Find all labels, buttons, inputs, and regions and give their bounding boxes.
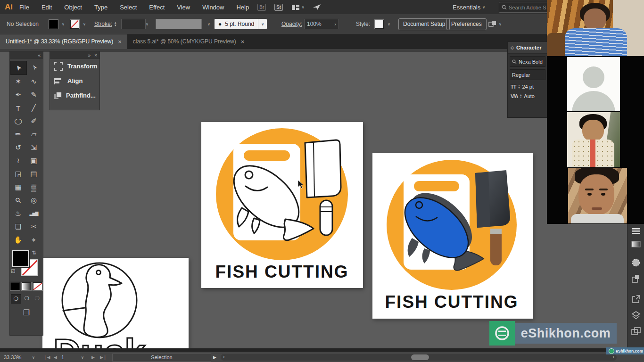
scroll-right-icon[interactable]: › bbox=[612, 354, 614, 360]
workspace-chevron-icon[interactable]: ∨ bbox=[302, 5, 305, 9]
tool-slice[interactable]: ✂ bbox=[26, 220, 41, 233]
default-colors-icon[interactable]: ◰ bbox=[11, 268, 15, 273]
menu-select[interactable]: Select bbox=[120, 4, 137, 11]
tool-gradient[interactable]: ▒ bbox=[26, 181, 41, 194]
style-swatch[interactable] bbox=[375, 20, 384, 29]
panel-collapse-icon[interactable]: ◇ bbox=[511, 45, 514, 50]
transparency-panel-icon[interactable] bbox=[631, 258, 641, 267]
opacity-submenu-icon[interactable]: › bbox=[334, 21, 336, 27]
tool-width[interactable]: ≀ bbox=[10, 154, 26, 167]
opacity-label[interactable]: Opacity: bbox=[281, 14, 302, 34]
swap-fill-stroke-icon[interactable]: ⇄ bbox=[31, 250, 37, 255]
zoom-level[interactable]: 33.33% bbox=[4, 352, 21, 362]
stroke-weight-field[interactable] bbox=[121, 19, 146, 29]
tool-curvature[interactable]: ✎ bbox=[26, 88, 41, 101]
tool-scale[interactable]: ⇲ bbox=[26, 141, 41, 154]
fill-well[interactable] bbox=[12, 250, 29, 267]
tool-pen[interactable]: ✒ bbox=[10, 88, 26, 101]
tab-untitled-1[interactable]: Untitled-1* @ 33.33% (RGB/GPU Preview) × bbox=[0, 34, 127, 49]
tool-selection[interactable]: ➤ bbox=[10, 61, 27, 75]
document-setup-button[interactable]: Document Setup bbox=[398, 18, 450, 30]
canvas-bottom-scroll-track[interactable] bbox=[0, 348, 644, 352]
tool-perspective-grid[interactable]: ▤ bbox=[26, 167, 41, 181]
brush-preset-chevron-icon[interactable]: ∨ bbox=[258, 19, 267, 29]
video-tile-avatar-placeholder[interactable] bbox=[547, 57, 644, 111]
collapse-panel-icon[interactable]: « bbox=[38, 53, 41, 58]
draw-behind-button[interactable]: ❍ bbox=[22, 294, 32, 303]
tool-artboard[interactable]: ❏ bbox=[10, 220, 26, 233]
expand-panel-icon[interactable]: » bbox=[88, 53, 91, 58]
kerning-stepper[interactable]: ▴▾ bbox=[520, 94, 521, 99]
tool-magic-wand[interactable]: ✶ bbox=[10, 75, 26, 88]
bridge-icon[interactable]: Br bbox=[257, 4, 266, 11]
panel-button-pathfinder[interactable]: Pathfind... bbox=[50, 88, 99, 103]
tool-direct-selection[interactable]: ➢ bbox=[27, 61, 42, 74]
menu-type[interactable]: Type bbox=[94, 4, 107, 11]
stroke-chevron-icon[interactable]: ∨ bbox=[83, 22, 86, 26]
gradient-mode-button[interactable] bbox=[22, 282, 31, 290]
artboard-chevron-icon[interactable]: ∨ bbox=[81, 355, 84, 360]
menu-window[interactable]: Window bbox=[202, 4, 224, 11]
tool-zoom[interactable]: ⌖ bbox=[26, 233, 41, 247]
style-chevron-icon[interactable]: ∨ bbox=[388, 22, 390, 26]
menu-file[interactable]: File bbox=[19, 4, 29, 11]
stroke-profile-dropdown[interactable] bbox=[156, 19, 202, 29]
gradient-panel-icon[interactable] bbox=[631, 241, 641, 247]
menu-help[interactable]: Help bbox=[236, 4, 249, 11]
preferences-button[interactable]: Preferences bbox=[446, 18, 487, 30]
first-artboard-icon[interactable]: ❘◀ bbox=[43, 352, 50, 362]
tool-type[interactable]: T bbox=[10, 101, 26, 115]
screen-mode-button[interactable]: ❐ bbox=[23, 308, 30, 317]
fill-color-swatch[interactable] bbox=[49, 20, 58, 29]
horizontal-scrollbar-thumb[interactable] bbox=[411, 354, 429, 360]
tab-close-icon[interactable]: × bbox=[241, 38, 245, 45]
layers-panel-icon[interactable] bbox=[631, 311, 641, 320]
tab-close-icon[interactable]: × bbox=[118, 38, 122, 45]
workspace-layout-icon[interactable] bbox=[291, 4, 300, 10]
tool-eyedropper[interactable]: ⚲ bbox=[10, 194, 26, 207]
next-artboard-icon[interactable]: ▶ bbox=[91, 352, 95, 362]
kerning-value[interactable]: Auto bbox=[524, 93, 535, 99]
tool-ellipse[interactable]: ◯ bbox=[10, 115, 26, 128]
menu-view[interactable]: View bbox=[177, 4, 190, 11]
artboard-number[interactable]: 1 bbox=[61, 352, 64, 362]
tool-hand[interactable]: ✋ bbox=[10, 233, 26, 247]
opacity-value[interactable]: 100% bbox=[307, 21, 322, 27]
menu-effect[interactable]: Effect bbox=[149, 4, 165, 11]
tool-symbol-sprayer[interactable]: ♨ bbox=[10, 207, 26, 220]
artboard-fish-color[interactable]: FISH CUTTING bbox=[372, 153, 533, 319]
tool-line-segment[interactable]: ╱ bbox=[26, 101, 41, 115]
share-icon[interactable] bbox=[312, 3, 322, 11]
zoom-chevron-icon[interactable]: ∨ bbox=[32, 355, 35, 360]
export-panel-icon[interactable] bbox=[631, 295, 641, 304]
last-artboard-icon[interactable]: ▶❘ bbox=[100, 352, 107, 362]
tool-eraser[interactable]: ▱ bbox=[26, 128, 41, 141]
artboard-fish-outline[interactable]: FISH CUTTING bbox=[201, 122, 363, 288]
stroke-weight-stepper[interactable]: ▴▾ bbox=[115, 21, 116, 27]
tool-shaper[interactable]: ✏ bbox=[10, 128, 26, 141]
tool-shape-builder[interactable]: ◲ bbox=[10, 167, 26, 181]
tool-column-graph[interactable]: ▂▅▇ bbox=[26, 207, 41, 220]
video-tile-presenter[interactable] bbox=[547, 0, 644, 56]
tool-free-transform[interactable]: ▣ bbox=[26, 154, 41, 167]
brush-preset-dropdown[interactable]: ● 5 pt. Round bbox=[215, 19, 258, 29]
tool-paintbrush[interactable]: ✐ bbox=[26, 115, 41, 128]
tool-mesh[interactable]: ▦ bbox=[10, 181, 26, 194]
menu-object[interactable]: Object bbox=[64, 4, 82, 11]
video-tile-participant-1[interactable] bbox=[547, 112, 644, 167]
menu-edit[interactable]: Edit bbox=[41, 4, 52, 11]
tool-lasso[interactable]: ∿ bbox=[26, 75, 41, 88]
symbols-panel-icon[interactable] bbox=[631, 274, 641, 283]
tab-class-5[interactable]: class 5.ai* @ 50% (CMYK/GPU Preview) × bbox=[127, 34, 250, 49]
arrange-chevron-icon[interactable]: ∨ bbox=[499, 22, 502, 26]
stroke-weight-chevron-icon[interactable]: ∨ bbox=[146, 22, 149, 26]
color-mode-button[interactable] bbox=[10, 282, 20, 290]
artboards-panel-icon[interactable] bbox=[631, 327, 641, 336]
horizontal-scrollbar[interactable]: ‹ › bbox=[221, 354, 617, 361]
video-tile-participant-2[interactable] bbox=[547, 168, 644, 223]
draw-inside-button[interactable]: ❍ bbox=[33, 294, 42, 303]
stroke-label[interactable]: Stroke: bbox=[94, 14, 112, 34]
character-panel-title[interactable]: Character bbox=[516, 45, 542, 50]
panel-button-align[interactable]: Align bbox=[50, 74, 99, 88]
previous-artboard-icon[interactable]: ◀ bbox=[54, 352, 57, 362]
